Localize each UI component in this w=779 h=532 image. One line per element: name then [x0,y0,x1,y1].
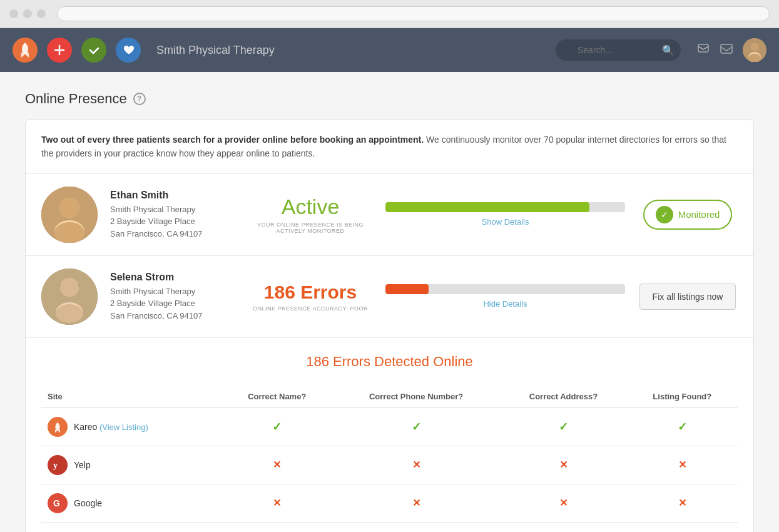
correct_name-yelp: ✕ [222,446,332,484]
progress-fill-selena [385,284,429,294]
monitored-label: Monitored [678,209,720,220]
window-chrome [0,0,779,28]
cross-icon: ✕ [273,498,281,508]
provider-name-ethan: Ethan Smith [110,190,235,201]
listing_found-kareo: ✓ [627,407,738,446]
nav-add-icon[interactable] [47,38,72,63]
notification-icon[interactable] [696,42,710,59]
correct_name-google: ✕ [222,484,332,522]
page-title: Online Presence [25,91,127,107]
errors-title: 186 Errors Detected Online [41,354,738,370]
monitored-badge: ✓ Monitored [643,200,733,230]
svg-point-16 [56,304,83,323]
nav-app-name: Smith Physical Therapy [156,44,546,57]
info-banner-bold: Two out of every three patients search f… [41,135,424,145]
main-card: Two out of every three patients search f… [25,120,754,532]
svg-text:G: G [53,498,60,508]
site-icon-kareo [48,417,68,437]
help-icon[interactable]: ? [133,93,146,105]
site-name-kareo: Kareo (View Listing) [74,422,148,432]
progress-bar-ethan [385,202,625,212]
site-name-yelp: Yelp [74,460,91,470]
avatar[interactable] [743,38,766,62]
fix-listings-button[interactable]: Fix all listings now [639,284,736,310]
monitored-check-icon: ✓ [656,206,673,223]
mail-icon[interactable] [720,42,733,59]
table-row: yYelp✕✕✕✕ [41,446,738,484]
provider-city-selena: San Francisco, CA 94107 [110,310,235,322]
table-row: GGoogle✕✕✕✕ [41,484,738,522]
nav-actions [696,38,766,62]
col-listing: Listing Found? [627,386,738,408]
avatar-ethan [41,187,98,243]
site-cell-google: GGoogle [41,484,222,522]
correct_phone-google: ✕ [332,484,500,522]
status-errors-sublabel: ONLINE PRESENCE ACCURACY: POOR [248,305,373,312]
correct_address-yelp: ✕ [500,446,626,484]
progress-bar-selena [385,284,625,294]
check-icon: ✓ [272,421,282,433]
provider-info-ethan: Ethan Smith Smith Physical Therapy 2 Bay… [110,190,235,240]
svg-rect-1 [721,44,732,53]
svg-point-5 [751,43,758,51]
listing_found-google: ✕ [627,484,738,522]
provider-address-selena: 2 Bayside Village Place [110,297,235,310]
cross-icon: ✕ [412,459,420,470]
provider-action-selena: Fix all listings now [638,284,738,310]
check-icon: ✓ [412,421,421,433]
col-site: Site [41,386,222,408]
check-icon: ✓ [559,421,568,433]
hide-details-selena[interactable]: Hide Details [385,299,625,309]
cross-icon: ✕ [559,498,568,508]
provider-row-ethan: Ethan Smith Smith Physical Therapy 2 Bay… [26,174,753,256]
svg-text:y: y [53,461,58,470]
provider-practice-selena: Smith Physical Therapy [110,285,235,298]
show-details-ethan[interactable]: Show Details [385,217,625,227]
info-banner: Two out of every three patients search f… [26,120,753,174]
search-icon: 🔍 [662,44,675,56]
provider-address-ethan: 2 Bayside Village Place [110,215,235,228]
cross-icon: ✕ [678,498,686,508]
svg-point-15 [60,278,79,297]
correct_name-kareo: ✓ [222,407,332,446]
provider-city-ethan: San Francisco, CA 94107 [110,228,235,240]
window-max-btn[interactable] [37,9,46,18]
nav-check-icon[interactable] [81,38,106,63]
cross-icon: ✕ [412,498,420,508]
svg-point-10 [59,198,79,218]
correct_address-google: ✕ [500,484,626,522]
provider-row-selena: Selena Strom Smith Physical Therapy 2 Ba… [26,256,753,338]
site-icon-google: G [48,493,68,513]
status-active-label: Active [248,195,373,219]
nav-heart-icon[interactable] [116,38,141,63]
window-close-btn[interactable] [9,9,18,18]
errors-table: Site Correct Name? Correct Phone Number?… [41,386,738,523]
errors-section: 186 Errors Detected Online Site Correct … [26,338,753,532]
url-bar[interactable] [57,6,770,21]
provider-action-ethan: ✓ Monitored [638,200,738,230]
cross-icon: ✕ [678,459,686,470]
cross-icon: ✕ [273,459,281,470]
status-errors-label: 186 Errors [248,282,373,303]
correct_phone-kareo: ✓ [332,407,500,446]
page-content: Online Presence ? Two out of every three… [0,72,779,532]
provider-status-ethan: Active YOUR ONLINE PRESENCE IS BEING ACT… [248,195,373,234]
listing_found-yelp: ✕ [627,446,738,484]
provider-info-selena: Selena Strom Smith Physical Therapy 2 Ba… [110,272,235,322]
provider-progress-selena: Hide Details [385,284,625,309]
site-name-google: Google [74,498,102,508]
col-phone: Correct Phone Number? [332,386,500,408]
status-active-sublabel: YOUR ONLINE PRESENCE IS BEING ACTIVELY M… [248,222,373,234]
nav-logo[interactable] [13,38,38,63]
site-icon-yelp: y [48,455,68,475]
page-title-wrap: Online Presence ? [25,91,754,107]
col-name: Correct Name? [222,386,332,408]
window-min-btn[interactable] [23,9,32,18]
search-wrap: 🔍 [556,39,681,61]
navbar: Smith Physical Therapy 🔍 [0,28,779,72]
provider-name-selena: Selena Strom [110,272,235,283]
check-icon: ✓ [678,421,687,433]
view-listing-link[interactable]: (View Listing) [97,422,148,432]
provider-practice-ethan: Smith Physical Therapy [110,203,235,216]
svg-rect-0 [698,44,708,52]
